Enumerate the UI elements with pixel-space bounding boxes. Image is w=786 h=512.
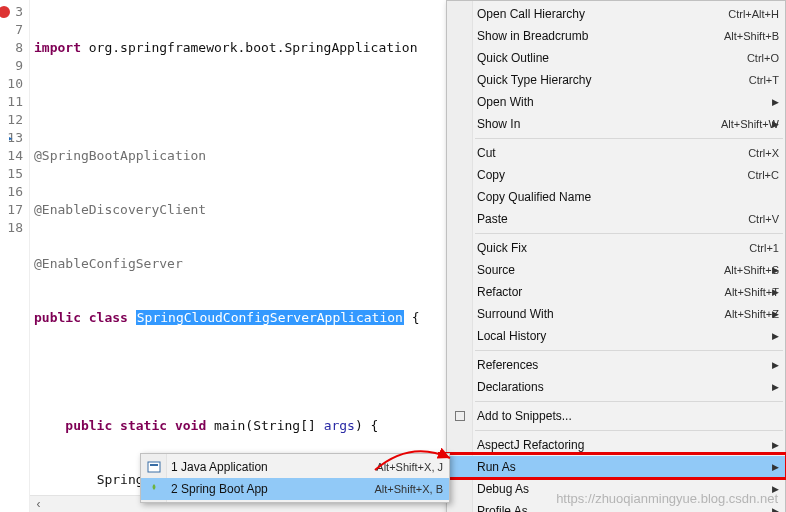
menu-label: Refactor <box>477 285 725 299</box>
code-text: main(String[] <box>206 418 323 433</box>
submenu-arrow-icon: ▶ <box>772 360 779 370</box>
menu-label: Open Call Hierarchy <box>477 7 728 21</box>
menu-label: 2 Spring Boot App <box>171 482 375 496</box>
submenu-arrow-icon: ▶ <box>772 309 779 319</box>
svg-rect-0 <box>148 462 160 472</box>
menu-item-references[interactable]: References▶ <box>447 354 785 376</box>
menu-item-show-in-breadcrumb[interactable]: Show in BreadcrumbAlt+Shift+B <box>447 25 785 47</box>
menu-label: Source <box>477 263 724 277</box>
submenu-arrow-icon: ▶ <box>772 97 779 107</box>
menu-separator <box>475 401 783 402</box>
submenu-arrow-icon: ▶ <box>772 440 779 450</box>
menu-item-quick-type-hierarchy[interactable]: Quick Type HierarchyCtrl+T <box>447 69 785 91</box>
menu-label: Quick Fix <box>477 241 749 255</box>
menu-item-declarations[interactable]: Declarations▶ <box>447 376 785 398</box>
keyword: class <box>81 310 136 325</box>
menu-item-open-with[interactable]: Open With▶ <box>447 91 785 113</box>
submenu-arrow-icon: ▶ <box>772 287 779 297</box>
code-text: ) { <box>355 418 378 433</box>
submenu-arrow-icon: ▶ <box>772 265 779 275</box>
submenu-arrow-icon: ▶ <box>772 462 779 472</box>
menu-item-quick-outline[interactable]: Quick OutlineCtrl+O <box>447 47 785 69</box>
spring-icon <box>146 481 162 497</box>
menu-label: Cut <box>477 146 748 160</box>
menu-item-quick-fix[interactable]: Quick FixCtrl+1 <box>447 237 785 259</box>
menu-shortcut: Alt+Shift+B <box>724 30 779 42</box>
menu-shortcut: Alt+Shift+X, J <box>376 461 443 473</box>
svg-rect-1 <box>150 464 158 466</box>
keyword: public <box>65 418 112 433</box>
menu-item-cut[interactable]: CutCtrl+X <box>447 142 785 164</box>
menu-label: Copy <box>477 168 748 182</box>
submenu-arrow-icon: ▶ <box>772 382 779 392</box>
submenu-item-spring-boot-app[interactable]: 2 Spring Boot AppAlt+Shift+X, B <box>141 478 449 500</box>
menu-item-open-call-hierarchy[interactable]: Open Call HierarchyCtrl+Alt+H <box>447 3 785 25</box>
line-number: 14 <box>0 147 23 165</box>
keyword: public <box>34 310 81 325</box>
menu-shortcut: Ctrl+X <box>748 147 779 159</box>
menu-shortcut: Ctrl+C <box>748 169 779 181</box>
menu-item-source[interactable]: SourceAlt+Shift+S▶ <box>447 259 785 281</box>
menu-item-aspectj-refactoring[interactable]: AspectJ Refactoring▶ <box>447 434 785 456</box>
line-number: 17 <box>0 201 23 219</box>
java-icon <box>146 459 162 475</box>
menu-shortcut: Alt+Shift+S <box>724 264 779 276</box>
scroll-left-arrow[interactable]: ‹ <box>30 496 47 511</box>
line-number: 3 <box>0 3 23 21</box>
menu-shortcut: Alt+Shift+W <box>721 118 779 130</box>
menu-label: Open With <box>477 95 779 109</box>
menu-label: Show In <box>477 117 721 131</box>
menu-item-local-history[interactable]: Local History▶ <box>447 325 785 347</box>
menu-separator <box>475 350 783 351</box>
menu-shortcut: Ctrl+1 <box>749 242 779 254</box>
snippet-icon <box>452 408 468 424</box>
submenu-arrow-icon: ▶ <box>772 331 779 341</box>
menu-item-add-to-snippets[interactable]: Add to Snippets... <box>447 405 785 427</box>
menu-shortcut: Alt+Shift+X, B <box>375 483 443 495</box>
menu-item-show-in[interactable]: Show InAlt+Shift+W▶ <box>447 113 785 135</box>
line-number: 9 <box>0 57 23 75</box>
menu-separator <box>475 430 783 431</box>
keyword: static <box>112 418 175 433</box>
menu-label: AspectJ Refactoring <box>477 438 779 452</box>
menu-item-copy[interactable]: CopyCtrl+C <box>447 164 785 186</box>
menu-item-refactor[interactable]: RefactorAlt+Shift+T▶ <box>447 281 785 303</box>
menu-label: Declarations <box>477 380 779 394</box>
menu-label: Quick Outline <box>477 51 747 65</box>
menu-shortcut: Alt+Shift+Z <box>725 308 779 320</box>
submenu-arrow-icon: ▶ <box>772 506 779 512</box>
menu-label: Add to Snippets... <box>477 409 779 423</box>
menu-separator <box>475 138 783 139</box>
menu-label: Run As <box>477 460 779 474</box>
menu-label: Surround With <box>477 307 725 321</box>
line-number: 10 <box>0 75 23 93</box>
line-number: 7 <box>0 21 23 39</box>
param: args <box>324 418 355 433</box>
menu-label: 1 Java Application <box>171 460 376 474</box>
line-number-gutter: 3 7 8 9 10 11 12 13 14 15 16 17 18 <box>0 0 30 512</box>
line-number: 8 <box>0 39 23 57</box>
menu-shortcut: Ctrl+T <box>749 74 779 86</box>
keyword: void <box>175 418 206 433</box>
submenu-item-java-application[interactable]: 1 Java ApplicationAlt+Shift+X, J <box>141 456 449 478</box>
line-number: 15 <box>0 165 23 183</box>
watermark: https://zhuoqianmingyue.blog.csdn.net <box>556 491 778 506</box>
menu-item-run-as[interactable]: Run As▶ <box>447 456 785 478</box>
keyword: import <box>34 40 81 55</box>
menu-shortcut: Ctrl+Alt+H <box>728 8 779 20</box>
menu-shortcut: Ctrl+O <box>747 52 779 64</box>
menu-label: References <box>477 358 779 372</box>
class-name-selected[interactable]: SpringCloudConfigServerApplication <box>136 310 404 325</box>
menu-item-copy-qualified-name[interactable]: Copy Qualified Name <box>447 186 785 208</box>
menu-shortcut: Alt+Shift+T <box>725 286 779 298</box>
menu-item-paste[interactable]: PasteCtrl+V <box>447 208 785 230</box>
code-text: { <box>404 310 420 325</box>
menu-label: Quick Type Hierarchy <box>477 73 749 87</box>
menu-item-surround-with[interactable]: Surround WithAlt+Shift+Z▶ <box>447 303 785 325</box>
line-number: 18 <box>0 219 23 237</box>
menu-label: Local History <box>477 329 779 343</box>
run-as-submenu: 1 Java ApplicationAlt+Shift+X, J2 Spring… <box>140 453 450 503</box>
line-number: 13 <box>0 129 23 147</box>
menu-shortcut: Ctrl+V <box>748 213 779 225</box>
line-number: 11 <box>0 93 23 111</box>
